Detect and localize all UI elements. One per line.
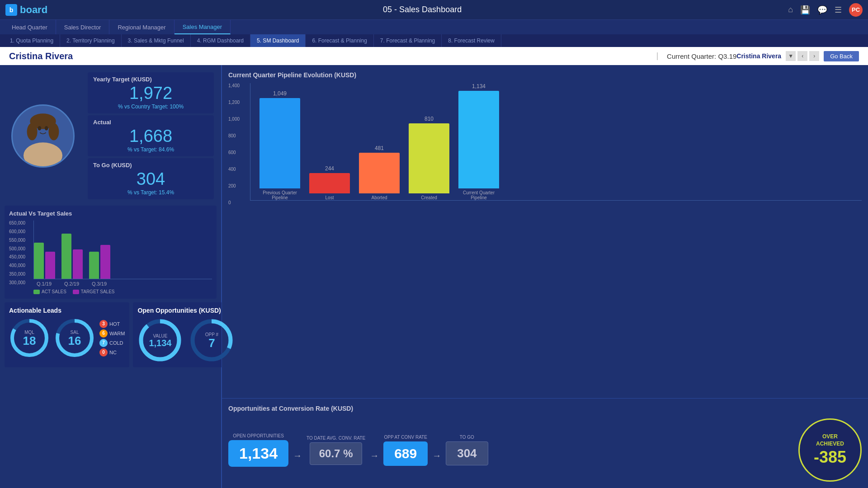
over-achieved-label: OVERACHIEVED [816, 433, 844, 447]
conversion-section: Opportunities at Conversion Rate (KUSD) … [222, 398, 868, 488]
chat-icon[interactable]: 💬 [817, 5, 827, 15]
to-go-box: To Go (KUSD) 304 % vs Target: 15.4% [88, 158, 214, 199]
main-content: Yearly Target (KUSD) 1,972 % vs Country … [0, 65, 868, 488]
prev-arrow[interactable]: ▼ [786, 51, 796, 61]
pb-lost: 244 Lost [309, 165, 350, 200]
pb-current: 1,134 Current Quarter Pipeline [458, 83, 499, 200]
py-600: 600 [228, 150, 248, 155]
panel-top: Yearly Target (KUSD) 1,972 % vs Country … [5, 70, 217, 202]
arrow-3: → [432, 450, 441, 461]
nav1-item-sd[interactable]: Sales Director [56, 20, 110, 34]
nav-right[interactable]: › [809, 51, 819, 61]
x-labels: Q.1/19 Q.2/19 Q.3/19 [33, 281, 212, 286]
actionable-leads-title: Actionable Leads [9, 307, 125, 314]
badge-nc-num: 0 [99, 348, 108, 357]
actual-sub: % vs Target: 84.6% [93, 146, 208, 153]
pb-prev-label: Previous Quarter Pipeline [259, 190, 300, 200]
mql-value: 18 [23, 335, 36, 347]
top-bar: b board 05 - Sales Dashboard ⌂ 💾 💬 ☰ PC [0, 0, 868, 20]
bar-chart-bars [33, 221, 212, 279]
go-back-button[interactable]: Go Back [824, 51, 859, 61]
bar-q2-tgt [73, 249, 83, 279]
sal-badges: 3 HOT 6 WARM 7 COLD 0 NC [99, 320, 125, 357]
y-label-300: 300,000 [9, 280, 32, 285]
py-200: 200 [228, 183, 248, 188]
actionable-leads-section: Actionable Leads MQL 18 [5, 302, 129, 367]
nav2-item-2[interactable]: 2. Territory Planning [60, 34, 122, 47]
opp-num-center: OPP # 7 [205, 332, 218, 349]
opp-value-circle: VALUE 1,134 [137, 318, 183, 363]
nav2-item-3[interactable]: 3. Sales & Mktg Funnel [122, 34, 191, 47]
y-label-400: 400,000 [9, 263, 32, 268]
nav1-item-hq[interactable]: Head Quarter [4, 20, 56, 34]
conv-opp-at-label: OPP AT CONV RATE [384, 435, 427, 440]
pb-aborted-bar [359, 153, 400, 193]
y-axis: 650,000 600,000 550,000 500,000 450,000 … [9, 221, 32, 285]
pb-created-label: Created [409, 195, 449, 200]
nav2-item-7[interactable]: 7. Forecast & Planning [374, 34, 442, 47]
x-label-q1: Q.1/19 [33, 281, 55, 286]
leads-content: MQL 18 SAL 16 [9, 318, 125, 358]
opp-num-val: 7 [205, 337, 218, 349]
badge-hot: 3 HOT [99, 320, 125, 328]
home-icon[interactable]: ⌂ [788, 5, 793, 14]
pb-aborted-val: 481 [375, 145, 384, 151]
to-go-sub: % vs Target: 15.4% [93, 189, 208, 196]
pb-created-val: 810 [425, 116, 434, 122]
opp-value-val: 1,134 [149, 338, 171, 347]
legend-tgt: TARGET SALES [73, 289, 115, 294]
y-label-450: 450,000 [9, 254, 32, 259]
board-logo-icon: b [5, 4, 17, 16]
bar-q3-tgt [100, 245, 110, 279]
conv-togo-box: 304 [446, 441, 488, 465]
user-avatar[interactable]: PC [849, 3, 863, 17]
nav1-item-rm[interactable]: Regional Manager [109, 20, 174, 34]
bottom-panels: Actionable Leads MQL 18 [5, 302, 217, 367]
conv-open-val: 1,134 [239, 445, 278, 462]
conv-avg-val: 60.7 % [319, 447, 353, 460]
conv-avg-label: TO DATE AVG. CONV. RATE [307, 436, 365, 441]
pipeline-section: Current Quarter Pipeline Evolution (KUSD… [222, 65, 868, 398]
py-0: 0 [228, 200, 248, 205]
legend-act-label: ACT SALES [42, 289, 66, 294]
conv-to-go: TO GO 304 [446, 435, 488, 465]
over-achieved-val: -385 [814, 448, 846, 467]
nav2-item-8[interactable]: 8. Forecast Review [442, 34, 501, 47]
svg-point-6 [38, 126, 42, 130]
nav2-item-4[interactable]: 4. RGM Dashboard [191, 34, 250, 47]
svg-point-4 [27, 123, 38, 140]
nav2-item-5[interactable]: 5. SM Dashboard [250, 34, 306, 47]
legend-act: ACT SALES [33, 289, 66, 294]
pb-current-val: 1,134 [472, 83, 486, 89]
y-label-550: 550,000 [9, 238, 32, 243]
header-nav-name: Cristina Rivera [736, 52, 781, 60]
py-1200: 1,200 [228, 100, 248, 105]
board-logo-text: board [20, 4, 47, 16]
bar-group-q1 [34, 243, 55, 279]
nav2-item-1[interactable]: 1. Quota Planning [4, 34, 60, 47]
left-panel: Yearly Target (KUSD) 1,972 % vs Country … [0, 65, 222, 488]
sal-value: 16 [68, 335, 81, 347]
conv-open-box: 1,134 [228, 440, 288, 467]
nav-left[interactable]: ‹ [797, 51, 807, 61]
sales-manager-name: Cristina Rivera [9, 51, 657, 61]
yearly-target-value: 1,972 [93, 84, 208, 102]
nav2-item-6[interactable]: 6. Forecast & Planning [306, 34, 373, 47]
conv-opp-at-box: 689 [383, 441, 428, 466]
conv-togo-label: TO GO [460, 435, 474, 440]
over-achieved-circle: OVERACHIEVED -385 [798, 418, 862, 482]
nav1-item-sm[interactable]: Sales Manager [175, 20, 231, 34]
top-icons: ⌂ 💾 💬 ☰ PC [788, 3, 863, 17]
nav-row2: 1. Quota Planning 2. Territory Planning … [0, 34, 868, 47]
opp-num-circle: OPP # 7 [189, 318, 234, 363]
py-400: 400 [228, 167, 248, 172]
nav-row1: Head Quarter Sales Director Regional Man… [0, 20, 868, 34]
yearly-target-title: Yearly Target (KUSD) [93, 76, 208, 83]
to-go-value: 304 [93, 170, 208, 188]
save-icon[interactable]: 💾 [800, 5, 810, 15]
conv-title: Opportunities at Conversion Rate (KUSD) [228, 405, 862, 412]
chart-title: Actual Vs Target Sales [9, 210, 212, 217]
y-label-650: 650,000 [9, 221, 32, 225]
badge-hot-label: HOT [109, 321, 120, 327]
menu-icon[interactable]: ☰ [835, 5, 842, 15]
